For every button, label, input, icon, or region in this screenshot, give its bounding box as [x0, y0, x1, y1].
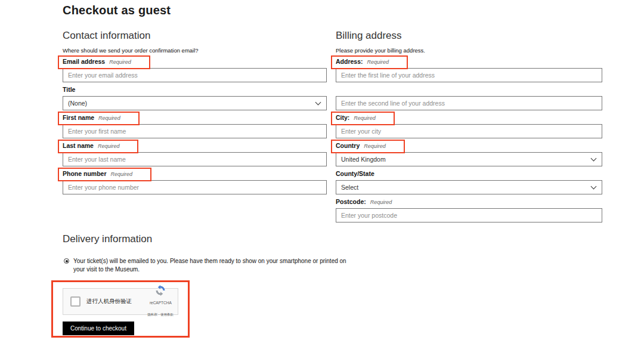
recaptcha-privacy-terms-links[interactable]: 隐私权 - 使用条款	[148, 313, 174, 316]
city-group: City:Required	[336, 114, 602, 142]
postcode-required-flag: Required	[370, 199, 392, 205]
city-field[interactable]	[336, 124, 602, 138]
email-required-flag: Required	[109, 59, 131, 65]
page-title: Checkout as guest	[63, 4, 171, 17]
annotation-box-phone: Phone numberRequired	[58, 168, 151, 181]
phone-label: Phone number	[63, 170, 107, 177]
chevron-down-icon	[591, 184, 597, 190]
billing-heading: Billing address	[336, 30, 602, 42]
first-name-label: First name	[63, 114, 94, 121]
first-name-field[interactable]	[63, 124, 327, 138]
country-label: Country	[336, 142, 360, 149]
chevron-down-icon	[591, 156, 597, 162]
annotation-box-last-name: Last nameRequired	[58, 140, 138, 153]
last-name-field[interactable]	[63, 152, 327, 166]
email-field[interactable]	[63, 68, 327, 82]
delivery-option-text: Your ticket(s) will be emailed to you. P…	[73, 257, 354, 274]
last-name-required-flag: Required	[98, 143, 120, 149]
postcode-field[interactable]	[336, 208, 602, 222]
postcode-group: Postcode:Required	[336, 198, 602, 226]
county-state-select-value: Select	[341, 184, 358, 191]
country-select[interactable]: United Kingdom	[336, 152, 602, 166]
recaptcha-brand: reCAPTCHA 隐私权 - 使用条款	[148, 285, 174, 318]
email-group: Email addressRequired	[63, 58, 327, 86]
contact-heading: Contact information	[63, 30, 327, 42]
annotation-box-address: Address:Required	[331, 55, 408, 69]
last-name-label: Last name	[63, 142, 94, 149]
continue-to-checkout-button[interactable]: Continue to checkout	[63, 322, 134, 335]
phone-field[interactable]	[63, 180, 327, 194]
billing-subheading: Please provide your billing address.	[336, 47, 602, 54]
title-select[interactable]: (None)	[63, 96, 327, 110]
title-select-value: (None)	[68, 100, 87, 107]
phone-required-flag: Required	[111, 171, 133, 177]
address-line2-group	[336, 86, 602, 114]
recaptcha-label: 进行人机身份验证	[86, 298, 132, 305]
address-required-flag: Required	[367, 59, 389, 65]
first-name-group: First nameRequired	[63, 114, 327, 142]
county-state-select[interactable]: Select	[336, 180, 602, 194]
country-select-value: United Kingdom	[341, 156, 386, 163]
recaptcha-checkbox[interactable]	[70, 296, 80, 307]
annotation-box-city: City:Required	[331, 112, 395, 125]
email-label: Email address	[63, 58, 105, 65]
country-group: CountryRequired United Kingdom	[336, 142, 602, 170]
phone-group: Phone numberRequired	[63, 170, 327, 198]
annotation-box-first-name: First nameRequired	[58, 112, 140, 125]
delivery-section: Delivery information Your ticket(s) will…	[63, 233, 361, 274]
county-state-label: County/State	[336, 170, 374, 177]
address-label: Address:	[336, 58, 363, 65]
address-line1-field[interactable]	[336, 68, 602, 82]
delivery-heading: Delivery information	[63, 233, 361, 245]
address-line2-field[interactable]	[336, 96, 602, 110]
title-label: Title	[63, 86, 75, 93]
last-name-group: Last nameRequired	[63, 142, 327, 170]
city-required-flag: Required	[354, 115, 376, 121]
county-state-group: County/State Select	[336, 170, 602, 198]
annotation-box-email: Email addressRequired	[58, 55, 150, 69]
billing-section: Billing address Please provide your bill…	[336, 30, 602, 54]
recaptcha-logo-icon	[155, 285, 166, 296]
recaptcha-widget: 进行人机身份验证 reCAPTCHA 隐私权 - 使用条款	[63, 288, 178, 315]
contact-section: Contact information Where should we send…	[63, 30, 327, 54]
country-required-flag: Required	[364, 143, 386, 149]
annotation-box-country: CountryRequired	[331, 140, 405, 153]
contact-subheading: Where should we send your order confirma…	[63, 47, 327, 54]
title-group: Title (None)	[63, 86, 327, 114]
first-name-required-flag: Required	[98, 115, 120, 121]
recaptcha-brand-name: reCAPTCHA	[150, 301, 172, 305]
city-label: City:	[336, 114, 349, 121]
chevron-down-icon	[315, 100, 321, 106]
delivery-email-radio[interactable]	[64, 258, 69, 264]
postcode-label: Postcode:	[336, 198, 366, 205]
address-line1-group: Address:Required	[336, 58, 602, 86]
